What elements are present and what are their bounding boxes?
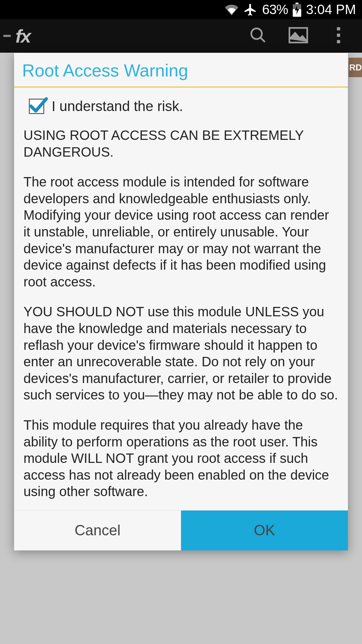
svg-rect-6 [337,27,340,31]
image-icon [289,27,308,45]
dialog-body: I understand the risk. USING ROOT ACCESS… [14,88,348,510]
understand-risk-checkbox[interactable] [29,99,44,114]
cancel-button[interactable]: Cancel [14,511,181,550]
airplane-mode-icon [243,3,257,17]
overflow-menu-button[interactable] [318,19,359,53]
warning-paragraph-4: This module requires that you already ha… [23,417,339,500]
svg-rect-7 [337,34,340,37]
warning-paragraph-3: YOU SHOULD NOT use this module UNLESS yo… [23,304,339,404]
search-button[interactable] [238,19,278,53]
background-tab-fragment: RD [349,58,362,77]
dialog-button-row: Cancel OK [14,510,348,550]
warning-paragraph-2: The root access module is intended for s… [23,174,339,290]
dialog-title: Root Access Warning [14,53,348,87]
ok-button[interactable]: OK [181,511,348,550]
understand-risk-label: I understand the risk. [52,98,183,115]
status-bar: 63% 3:04 PM [0,0,362,19]
battery-percentage: 63% [262,2,288,17]
root-access-warning-dialog: Root Access Warning I understand the ris… [14,53,348,550]
svg-line-4 [260,38,265,42]
image-view-button[interactable] [278,19,318,53]
warning-paragraph-1: USING ROOT ACCESS CAN BE EXTREMELY DANGE… [23,127,339,160]
battery-charging-icon [293,3,301,17]
wifi-icon [225,3,239,16]
svg-rect-2 [296,3,298,4]
app-logo[interactable]: fx [15,25,30,47]
clock: 3:04 PM [306,2,356,17]
svg-point-3 [251,29,262,39]
more-icon [337,27,341,45]
back-indicator[interactable] [3,35,11,37]
understand-risk-row[interactable]: I understand the risk. [29,98,339,115]
app-toolbar: fx [0,19,362,53]
search-icon [249,26,267,46]
svg-rect-8 [337,40,340,43]
